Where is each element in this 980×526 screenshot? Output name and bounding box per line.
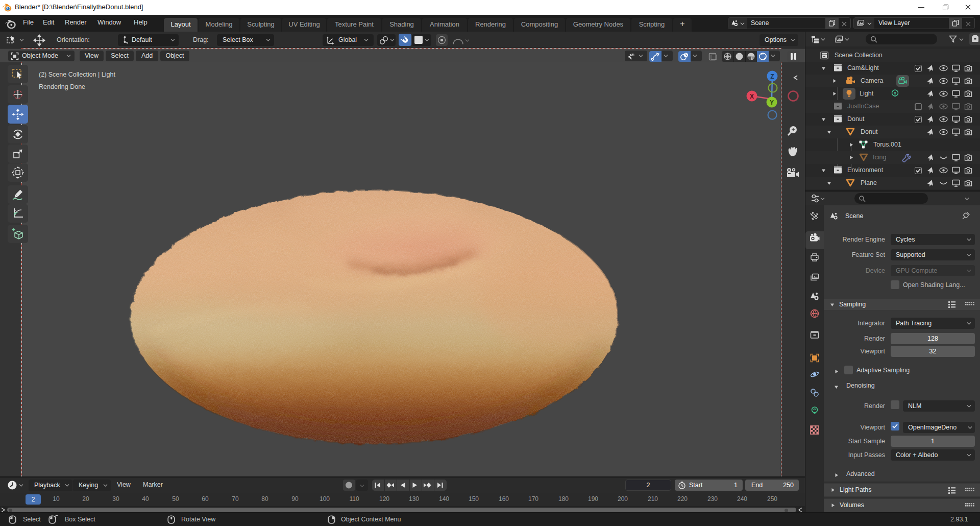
svg-text:Y: Y: [770, 99, 774, 106]
svg-text:Z: Z: [770, 73, 774, 80]
svg-text:X: X: [750, 93, 754, 100]
